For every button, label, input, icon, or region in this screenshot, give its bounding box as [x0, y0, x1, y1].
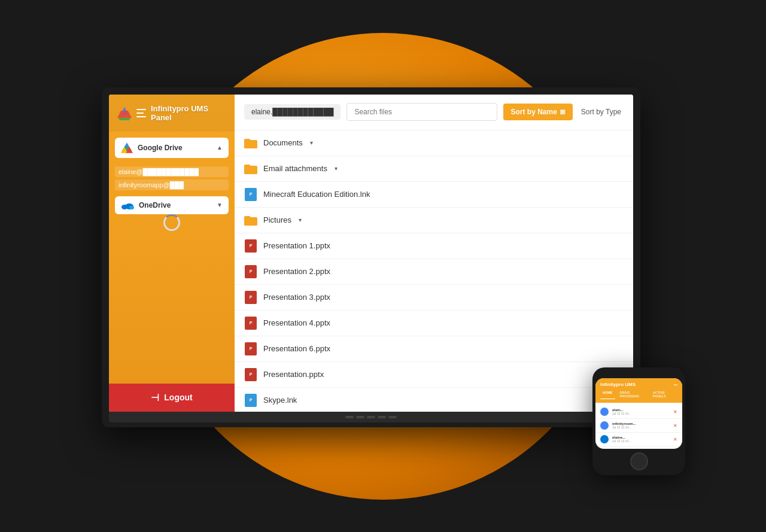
- onedrive-dropdown[interactable]: OneDrive ▼: [115, 196, 229, 214]
- sort-by-type-button[interactable]: Sort by Type: [579, 104, 624, 120]
- svg-point-12: [600, 435, 609, 443]
- phone-item-info: infinityroom... Jul 12 12:14...: [612, 422, 670, 429]
- onedrive-icon: [121, 201, 134, 209]
- expand-arrow: ▾: [335, 165, 338, 172]
- expand-arrow: ▾: [310, 139, 313, 146]
- sidebar-spacer: [109, 214, 235, 384]
- spinner-area: [109, 214, 235, 231]
- account-item-1[interactable]: elaine@████████████: [115, 166, 229, 177]
- pptx-icon: P: [244, 291, 257, 304]
- phone-nav: HOME DRIVE PROVIDERS ACTIVE PANELS: [595, 390, 682, 403]
- sort-by-name-button[interactable]: Sort by Name ≣: [503, 104, 572, 120]
- phone-tab-drive[interactable]: DRIVE PROVIDERS: [618, 390, 648, 399]
- phone-screen: Infinitypro UMS ▪▪▪ HOME DRIVE PROVIDERS…: [595, 378, 682, 449]
- logout-label: Logout: [164, 393, 192, 402]
- phone-delete-icon[interactable]: ✕: [673, 423, 677, 428]
- account-list: elaine@████████████ infinityroomapp@███: [109, 166, 235, 190]
- app-logo-icon: [116, 106, 146, 120]
- stand-dot-3: [367, 416, 375, 418]
- app-title: Infinitypro UMS Panel: [151, 104, 227, 122]
- svg-marker-1: [117, 111, 132, 118]
- list-item[interactable]: P Skype.lnk: [235, 388, 633, 412]
- sort-name-label: Sort by Name: [510, 108, 557, 116]
- provider-icon: [600, 435, 609, 443]
- file-name: Presentation 6.pptx: [263, 344, 330, 353]
- phone-list-item[interactable]: elaine... Jul 12 12:14... ✕: [595, 433, 682, 446]
- file-name: Presentation 2.pptx: [263, 267, 330, 276]
- phone-delete-icon[interactable]: ✕: [673, 437, 677, 442]
- monitor-stand-dots: [345, 416, 397, 418]
- stand-dot-1: [345, 416, 354, 418]
- list-item[interactable]: P Presentation 6.pptx: [235, 336, 633, 362]
- phone-tab-home[interactable]: HOME: [600, 390, 615, 399]
- list-item[interactable]: P Presentation 4.pptx: [235, 311, 633, 336]
- google-drive-dropdown[interactable]: Google Drive ▲: [115, 138, 229, 158]
- phone-item-date: Jul 12 12:14...: [612, 439, 670, 443]
- monitor: Infinitypro UMS Panel Google Drive: [102, 87, 640, 427]
- logout-icon: ⊣: [151, 392, 159, 403]
- phone-delete-icon[interactable]: ✕: [673, 409, 677, 415]
- lnk-icon: P: [244, 188, 257, 201]
- phone-item-date: Jul 12 12:14...: [612, 425, 670, 429]
- phone-notch: [627, 372, 651, 376]
- pptx-icon: P: [244, 368, 257, 381]
- list-item[interactable]: P Presentation 3.pptx: [235, 285, 633, 311]
- sidebar-header: Infinitypro UMS Panel: [109, 95, 235, 132]
- list-item[interactable]: P Minecraft Education Edition.lnk: [235, 182, 633, 208]
- google-drive-label: Google Drive: [138, 144, 183, 152]
- phone-list-item[interactable]: elain... Jul 12 12:14... ✕: [595, 405, 682, 419]
- search-input[interactable]: [346, 103, 497, 121]
- google-drive-left: Google Drive: [121, 142, 183, 153]
- pptx-icon: P: [244, 342, 257, 355]
- svg-marker-2: [118, 118, 130, 120]
- list-item[interactable]: Email attachments▾: [235, 156, 633, 182]
- lnk-icon: P: [244, 394, 257, 407]
- user-email: elaine.████████████: [244, 104, 341, 120]
- main-content: elaine.████████████ Sort by Name ≣ Sort …: [235, 95, 633, 412]
- file-list: Documents▾ Email attachments▾ P Minecraf…: [235, 130, 633, 412]
- list-item[interactable]: Pictures▾: [235, 208, 633, 233]
- phone: Infinitypro UMS ▪▪▪ HOME DRIVE PROVIDERS…: [592, 367, 685, 475]
- loading-spinner: [163, 214, 180, 231]
- onedrive-chevron-icon: ▼: [217, 202, 223, 208]
- phone-item-info: elain... Jul 12 12:14...: [612, 408, 670, 415]
- monitor-screen: Infinitypro UMS Panel Google Drive: [109, 95, 633, 412]
- svg-point-9: [129, 206, 134, 209]
- phone-tab-panels[interactable]: ACTIVE PANELS: [651, 390, 677, 399]
- file-name: Documents: [263, 138, 303, 147]
- list-item[interactable]: P Presentation 1.pptx: [235, 233, 633, 259]
- phone-home-button[interactable]: [630, 452, 648, 470]
- file-name: Pictures: [263, 215, 291, 224]
- stand-dot-4: [378, 416, 386, 418]
- pptx-icon: P: [244, 317, 257, 330]
- logout-button[interactable]: ⊣ Logout: [109, 384, 235, 412]
- sort-name-icon: ≣: [560, 108, 566, 116]
- provider-icon: [600, 421, 609, 430]
- file-name: Presentation 3.pptx: [263, 293, 330, 302]
- folder-icon: [244, 136, 257, 150]
- phone-list-item[interactable]: infinityroom... Jul 12 12:14... ✕: [595, 419, 682, 433]
- file-name: Email attachments: [263, 164, 327, 173]
- stand-dot-2: [356, 416, 364, 418]
- onedrive-label: OneDrive: [139, 201, 171, 209]
- phone-app-title: Infinitypro UMS: [600, 382, 636, 387]
- stand-dot-5: [388, 416, 397, 418]
- google-drive-icon: [121, 142, 133, 153]
- list-item[interactable]: P Presentation 2.pptx: [235, 259, 633, 285]
- sidebar: Infinitypro UMS Panel Google Drive: [109, 95, 235, 412]
- expand-arrow: ▾: [299, 217, 302, 223]
- file-name: Minecraft Education Edition.lnk: [263, 190, 370, 199]
- pptx-icon: P: [244, 239, 257, 253]
- phone-header: Infinitypro UMS ▪▪▪: [595, 378, 682, 390]
- top-bar: elaine.████████████ Sort by Name ≣ Sort …: [235, 95, 633, 130]
- pptx-icon: P: [244, 265, 257, 278]
- provider-icon: [600, 408, 609, 416]
- folder-icon: [244, 214, 257, 227]
- google-drive-chevron-icon: ▲: [217, 144, 223, 151]
- file-name: Presentation 1.pptx: [263, 241, 330, 250]
- file-name: Presentation.pptx: [263, 370, 324, 379]
- google-drive-section: Google Drive ▲: [109, 132, 235, 166]
- account-item-2[interactable]: infinityroomapp@███: [115, 180, 229, 190]
- list-item[interactable]: P Presentation.pptx: [235, 362, 633, 388]
- list-item[interactable]: Documents▾: [235, 130, 633, 156]
